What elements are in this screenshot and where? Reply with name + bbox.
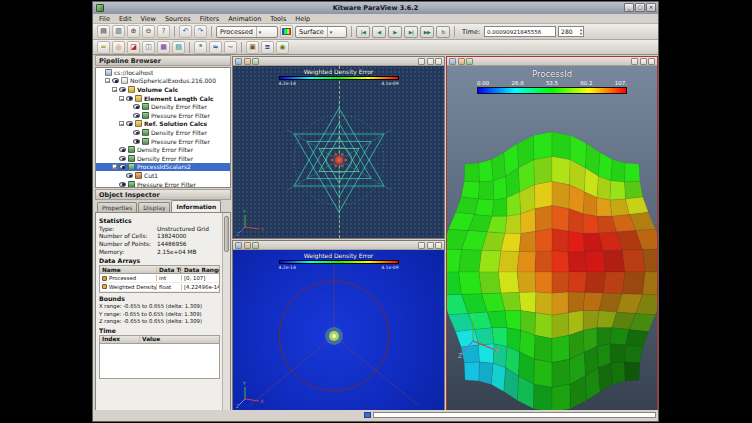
split-vertical-icon[interactable] — [427, 242, 434, 249]
menu-animation[interactable]: Animation — [228, 15, 261, 23]
glyph-filter-button[interactable]: * — [194, 41, 207, 54]
scrollbar[interactable] — [222, 213, 230, 417]
extract-subset-button[interactable]: ▧ — [172, 41, 185, 54]
camera-icon[interactable] — [235, 242, 242, 249]
visibility-eye-icon[interactable] — [119, 156, 126, 161]
menu-tools[interactable]: Tools — [270, 15, 286, 23]
pipeline-browser-header[interactable]: Pipeline Browser — [95, 55, 231, 66]
visibility-eye-icon[interactable] — [119, 182, 126, 187]
split-vertical-icon[interactable] — [640, 58, 647, 65]
play-button[interactable]: ▶ — [388, 26, 402, 38]
pipeline-item[interactable]: Cut1 — [96, 171, 230, 180]
visibility-eye-icon[interactable] — [119, 164, 126, 169]
pipeline-item-selected[interactable]: −ProcessIdScalars2 — [96, 163, 230, 172]
edit-view-options-icon[interactable] — [244, 242, 251, 249]
visibility-eye-icon[interactable] — [119, 87, 126, 92]
representation-select[interactable]: Surface ▾ — [295, 26, 347, 38]
pipeline-item[interactable]: −Volume Calc — [96, 85, 230, 94]
visibility-eye-icon[interactable] — [133, 113, 140, 118]
menu-view[interactable]: View — [140, 15, 155, 23]
save-button[interactable]: ▥ — [112, 25, 125, 38]
3d-viewport[interactable]: ProcessId 0.00 26.8 53.5 80.2 107. Y X Z — [447, 66, 657, 410]
3d-viewport[interactable]: Weighted Density Error 4.2e-14 4.1e-09 Y… — [233, 250, 444, 410]
visibility-eye-icon[interactable] — [126, 96, 133, 101]
tab-information[interactable]: Information — [171, 200, 221, 212]
pipeline-item[interactable]: Density Error Filter — [96, 128, 230, 137]
tree-expander[interactable]: − — [105, 78, 110, 83]
pipeline-item-source[interactable]: −NoiSphericalExodus.216.000 — [96, 77, 230, 86]
pipeline-item[interactable]: Pressure Error Filter — [96, 137, 230, 146]
stream-tracer-button[interactable]: ≈ — [209, 41, 222, 54]
pipeline-item[interactable]: Density Error Filter — [96, 154, 230, 163]
3d-viewport[interactable]: Weighted Density Error 4.2e-14 4.1e-09 Y… — [233, 66, 444, 238]
tree-expander[interactable]: − — [112, 164, 117, 169]
tree-expander[interactable]: − — [119, 96, 124, 101]
visibility-eye-icon[interactable] — [133, 130, 140, 135]
color-array-select[interactable]: Processed ▾ — [216, 26, 278, 38]
pipeline-item-server[interactable]: cs://localhost — [96, 68, 230, 77]
tree-expander[interactable]: − — [119, 121, 124, 126]
visibility-eye-icon[interactable] — [126, 121, 133, 126]
close-view-icon[interactable] — [648, 58, 655, 65]
help-button[interactable]: ? — [157, 25, 170, 38]
visibility-eye-icon[interactable] — [112, 78, 119, 83]
close-view-icon[interactable] — [435, 242, 442, 249]
slice-button[interactable]: ◫ — [142, 41, 155, 54]
split-horizontal-icon[interactable] — [418, 58, 425, 65]
title-bar[interactable]: Kitware ParaView 3.6.2 _ □ ✕ — [93, 2, 658, 14]
close-view-icon[interactable] — [435, 58, 442, 65]
redo-button[interactable]: ↷ — [194, 25, 207, 38]
menu-help[interactable]: Help — [295, 15, 310, 23]
color-legend[interactable]: Weighted Density Error 4.2e-14 4.1e-09 — [279, 68, 399, 86]
warp-vector-button[interactable]: ~ — [224, 41, 237, 54]
connect-server-button[interactable]: ⊕ — [127, 25, 140, 38]
color-legend[interactable]: Weighted Density Error 4.2e-14 4.1e-09 — [279, 252, 399, 270]
disconnect-server-button[interactable]: ⊖ — [142, 25, 155, 38]
visibility-eye-icon[interactable] — [133, 104, 140, 109]
visibility-eye-icon[interactable] — [126, 173, 133, 178]
first-frame-button[interactable]: |◀ — [356, 26, 370, 38]
maximize-button[interactable]: □ — [635, 3, 645, 12]
pipeline-item[interactable]: −Element Length Calc — [96, 94, 230, 103]
frame-spinbox[interactable]: 280 ▴▾ — [558, 26, 584, 37]
pipeline-item[interactable]: −Ref. Solution Calcs — [96, 120, 230, 129]
edit-view-options-icon[interactable] — [458, 58, 465, 65]
undo-button[interactable]: ↶ — [179, 25, 192, 38]
menu-sources[interactable]: Sources — [165, 15, 191, 23]
table-row[interactable]: Processed int [0, 107] — [100, 274, 219, 283]
edit-colormap-button[interactable] — [280, 25, 293, 38]
menu-filters[interactable]: Filters — [200, 15, 219, 23]
threshold-button[interactable]: ▦ — [157, 41, 170, 54]
split-horizontal-icon[interactable] — [631, 58, 638, 65]
pipeline-item[interactable]: Density Error Filter — [96, 145, 230, 154]
clip-button[interactable]: ◪ — [127, 41, 140, 54]
close-button[interactable]: ✕ — [646, 3, 656, 12]
calculator-button[interactable]: = — [97, 41, 110, 54]
color-legend[interactable]: ProcessId 0.00 26.8 53.5 80.2 107. — [477, 69, 627, 94]
camera-icon[interactable] — [235, 58, 242, 65]
scrollbar-thumb[interactable] — [224, 216, 229, 252]
reset-camera-icon[interactable] — [252, 58, 259, 65]
camera-icon[interactable] — [449, 58, 456, 65]
split-horizontal-icon[interactable] — [418, 242, 425, 249]
table-row[interactable]: Weighted Density Error float [4.22496e-1… — [100, 283, 219, 292]
contour-button[interactable]: ◎ — [112, 41, 125, 54]
probe-button[interactable]: ◉ — [276, 41, 289, 54]
pipeline-item[interactable]: Pressure Error Filter — [96, 111, 230, 120]
reset-camera-icon[interactable] — [252, 242, 259, 249]
time-input[interactable] — [484, 26, 556, 37]
tab-properties[interactable]: Properties — [97, 202, 137, 212]
reset-camera-icon[interactable] — [466, 58, 473, 65]
plot-over-line-button[interactable]: ≡ — [261, 41, 274, 54]
menu-file[interactable]: File — [99, 15, 110, 23]
next-frame-button[interactable]: ▶| — [404, 26, 418, 38]
pipeline-item[interactable]: Density Error Filter — [96, 102, 230, 111]
edit-view-options-icon[interactable] — [244, 58, 251, 65]
previous-frame-button[interactable]: ◀ — [372, 26, 386, 38]
minimize-button[interactable]: _ — [624, 3, 634, 12]
pipeline-item[interactable]: Pressure Error Filter — [96, 180, 230, 188]
group-datasets-button[interactable]: ▣ — [246, 41, 259, 54]
visibility-eye-icon[interactable] — [119, 147, 126, 152]
visibility-eye-icon[interactable] — [133, 139, 140, 144]
tab-display[interactable]: Display — [138, 202, 170, 212]
